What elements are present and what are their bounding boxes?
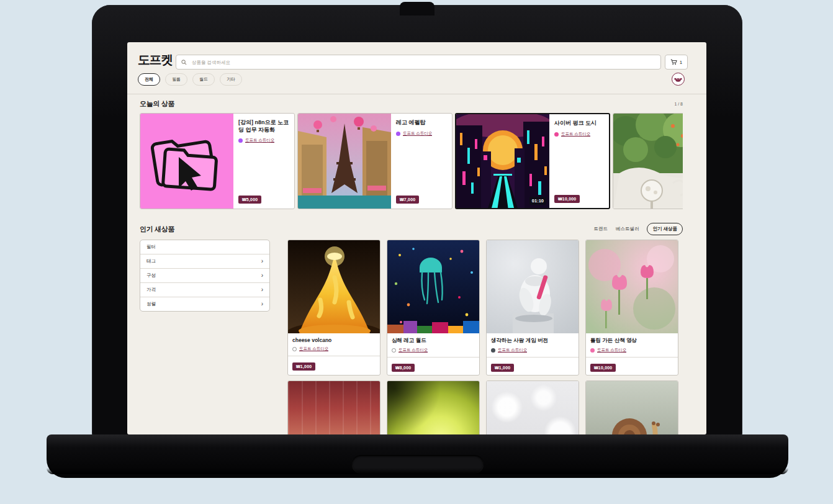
profile-avatar[interactable] bbox=[672, 73, 685, 86]
studio-name[interactable]: 도프트 스튜디오 bbox=[597, 348, 626, 353]
product-title: 튤립 가든 산책 영상 bbox=[590, 337, 673, 344]
laptop-screen: 도프켓 1 전체 bbox=[127, 42, 706, 434]
chevron-right-icon: › bbox=[261, 272, 263, 279]
price-badge: ₩1,000 bbox=[491, 364, 514, 372]
price-badge: ₩8,000 bbox=[392, 364, 415, 372]
studio-name[interactable]: 도프트 스튜디오 bbox=[245, 138, 274, 143]
product-card[interactable] bbox=[585, 380, 678, 434]
chevron-right-icon: › bbox=[261, 301, 263, 307]
search-bar[interactable] bbox=[176, 55, 661, 70]
studio-name[interactable]: 도프트 스튜디오 bbox=[403, 131, 432, 137]
product-image bbox=[487, 240, 579, 333]
product-card-selected[interactable]: 01:10 사이버 펑크 도시 도프트 스튜디오 ₩10,000 bbox=[455, 113, 610, 209]
cheese-volcano-art bbox=[288, 240, 380, 333]
desktop-background: 도프켓 1 전체 bbox=[0, 0, 833, 504]
site-logo[interactable]: 도프켓 bbox=[138, 52, 173, 68]
price-badge: ₩7,000 bbox=[396, 196, 419, 204]
chevron-right-icon: › bbox=[261, 287, 263, 293]
product-title: 레고 에펠탑 bbox=[396, 119, 447, 127]
product-card[interactable] bbox=[387, 380, 480, 434]
product-title: cheese volcano bbox=[292, 337, 376, 343]
product-card[interactable] bbox=[486, 380, 579, 434]
studio-row[interactable]: 도프트 스튜디오 bbox=[392, 348, 475, 353]
product-image bbox=[387, 240, 479, 333]
price-row: ₩10,000 bbox=[586, 357, 678, 375]
product-info: 튤립 가든 산책 영상 도프트 스튜디오 bbox=[586, 333, 678, 357]
site-header: 도프켓 1 전체 bbox=[127, 42, 706, 94]
product-card[interactable]: 튤립 가든 산책 영상 도프트 스튜디오 ₩10,000 bbox=[585, 240, 678, 376]
studio-row[interactable]: 도프트 스튜디오 bbox=[590, 348, 673, 353]
product-card-peek[interactable] bbox=[613, 113, 683, 209]
eiffel-art bbox=[298, 114, 391, 209]
studio-row[interactable]: 도프트 스튜디오 bbox=[554, 132, 604, 137]
cart-count: 1 bbox=[680, 60, 682, 65]
product-title: 생각하는 사람 게임 버전 bbox=[491, 337, 574, 344]
duration-badge: 01:10 bbox=[529, 197, 546, 205]
popular-section-heading: 인기 새상품 bbox=[140, 225, 174, 234]
product-title: 심해 레고 월드 bbox=[392, 337, 475, 344]
product-info: cheese volcano 도프트 스튜디오 bbox=[288, 333, 380, 356]
chevron-right-icon: › bbox=[261, 258, 263, 264]
product-image bbox=[140, 114, 233, 209]
tab-trend[interactable]: 트렌드 bbox=[593, 226, 608, 232]
search-icon bbox=[181, 60, 187, 65]
product-image bbox=[298, 114, 391, 209]
product-title: 사이버 펑크 도시 bbox=[554, 120, 604, 127]
search-input[interactable] bbox=[191, 59, 655, 66]
product-card[interactable]: 레고 에펠탑 도프트 스튜디오 ₩7,000 bbox=[297, 113, 453, 209]
product-image bbox=[288, 240, 380, 333]
filter-row-sort[interactable]: 정렬 › bbox=[140, 297, 269, 311]
snail-art bbox=[586, 381, 678, 434]
studio-name[interactable]: 도프트 스튜디오 bbox=[299, 346, 328, 352]
studio-row[interactable]: 도프트 스튜디오 bbox=[491, 348, 574, 353]
price-badge: ₩10,000 bbox=[554, 195, 580, 203]
studio-row[interactable]: 도프트 스튜디오 bbox=[292, 346, 376, 352]
studio-dot bbox=[396, 132, 400, 136]
filter-row-tags[interactable]: 태그 › bbox=[140, 254, 269, 268]
price-row: ₩1,000 bbox=[288, 356, 380, 374]
today-carousel: [강의] n8n으로 노코딩 업무 자동화 도프트 스튜디오 ₩5,000 bbox=[140, 113, 683, 212]
studio-dot bbox=[392, 348, 396, 353]
balcony-art bbox=[613, 114, 683, 209]
thinker-sculpture-art bbox=[487, 240, 579, 333]
laptop-base bbox=[47, 434, 788, 478]
tab-popular-new[interactable]: 인기 새상품 bbox=[647, 223, 683, 235]
product-card[interactable]: [강의] n8n으로 노코딩 업무 자동화 도프트 스튜디오 ₩5,000 bbox=[140, 113, 295, 209]
product-card[interactable]: cheese volcano 도프트 스튜디오 ₩1,000 bbox=[287, 240, 380, 376]
studio-dot bbox=[491, 348, 495, 353]
filter-row-price[interactable]: 가격 › bbox=[140, 282, 269, 297]
filter-header[interactable]: 필터 bbox=[140, 240, 269, 254]
price-badge: ₩10,000 bbox=[590, 364, 616, 372]
chip-etc[interactable]: 기타 bbox=[220, 73, 242, 86]
product-info: 사이버 펑크 도시 도프트 스튜디오 ₩10,000 bbox=[549, 114, 609, 208]
studio-row[interactable]: 도프트 스튜디오 bbox=[238, 138, 289, 143]
chip-all[interactable]: 전체 bbox=[138, 73, 160, 86]
filter-panel: 필터 태그 › 구성 › 가격 › 정렬 › bbox=[140, 240, 270, 312]
product-card[interactable]: 심해 레고 월드 도프트 스튜디오 ₩8,000 bbox=[387, 240, 480, 376]
price-badge: ₩5,000 bbox=[238, 196, 261, 204]
product-image: 01:10 bbox=[456, 114, 549, 208]
tab-bestseller[interactable]: 베스트셀러 bbox=[616, 226, 639, 232]
studio-name[interactable]: 도프트 스튜디오 bbox=[398, 348, 428, 353]
studio-dot bbox=[590, 348, 595, 353]
product-image bbox=[613, 114, 683, 209]
product-image bbox=[387, 381, 479, 434]
price-row: ₩8,000 bbox=[387, 357, 479, 375]
cart-button[interactable]: 1 bbox=[665, 55, 688, 70]
carousel-pagination: 1 / 8 bbox=[636, 102, 683, 106]
price-row: ₩1,000 bbox=[487, 357, 579, 375]
chip-film[interactable]: 필름 bbox=[165, 73, 187, 86]
price-badge: ₩1,000 bbox=[292, 362, 315, 371]
studio-name[interactable]: 도프트 스튜디오 bbox=[498, 348, 527, 353]
studio-name[interactable]: 도프트 스튜디오 bbox=[561, 132, 590, 137]
studio-dot bbox=[292, 347, 297, 351]
folder-cursor-art bbox=[140, 114, 233, 209]
filter-row-composition[interactable]: 구성 › bbox=[140, 268, 269, 282]
studio-dot bbox=[554, 132, 559, 137]
product-card[interactable] bbox=[287, 380, 380, 434]
studio-row[interactable]: 도프트 스튜디오 bbox=[396, 131, 447, 137]
cyberpunk-art bbox=[456, 114, 549, 208]
cart-icon bbox=[670, 59, 677, 65]
product-card[interactable]: 생각하는 사람 게임 버전 도프트 스튜디오 ₩1,000 bbox=[486, 240, 579, 376]
chip-world[interactable]: 월드 bbox=[192, 73, 215, 86]
